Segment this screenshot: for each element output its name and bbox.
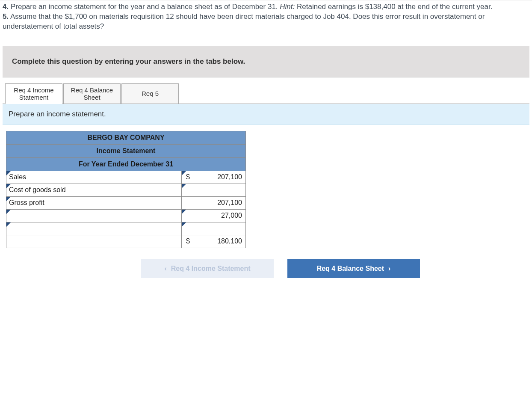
tab-req4-income-statement[interactable]: Req 4 Income Statement bbox=[5, 83, 62, 104]
income-statement-table: BERGO BAY COMPANY Income Statement For Y… bbox=[6, 131, 246, 248]
prev-button[interactable]: ‹ Req 4 Income Statement bbox=[141, 259, 274, 278]
tab-req5[interactable]: Req 5 bbox=[121, 83, 179, 104]
hint-label: Hint: bbox=[280, 3, 295, 11]
statement-period: For Year Ended December 31 bbox=[6, 157, 246, 171]
chevron-right-icon: › bbox=[388, 265, 390, 273]
next-button[interactable]: Req 4 Balance Sheet › bbox=[287, 259, 420, 278]
tab-label: Statement bbox=[19, 94, 48, 101]
row-amount-input[interactable] bbox=[182, 184, 246, 196]
tab-label: Sheet bbox=[83, 94, 100, 101]
chevron-left-icon: ‹ bbox=[164, 265, 166, 273]
q4-part-a: Prepare an income statement for the year… bbox=[11, 3, 280, 11]
tab-label: Req 4 Income bbox=[14, 86, 53, 94]
next-label: Req 4 Balance Sheet bbox=[317, 265, 384, 273]
row-label-input[interactable] bbox=[6, 222, 182, 235]
row-label-input[interactable] bbox=[6, 209, 182, 222]
q5-number: 5. bbox=[3, 12, 9, 21]
tabs: Req 4 Income Statement Req 4 Balance She… bbox=[3, 77, 529, 104]
row-amount-cell: $180,100 bbox=[182, 235, 246, 248]
q5-text: Assume that the $1,700 on materials requ… bbox=[3, 12, 485, 30]
statement-title: Income Statement bbox=[6, 144, 246, 157]
instruction-bar: Complete this question by entering your … bbox=[3, 46, 529, 77]
tab-label: Req 5 bbox=[142, 90, 159, 97]
tab-req4-balance-sheet[interactable]: Req 4 Balance Sheet bbox=[63, 83, 121, 104]
tab-label: Req 4 Balance bbox=[71, 86, 113, 94]
row-amount-input[interactable]: 27,000 bbox=[182, 209, 246, 222]
row-amount-input[interactable]: $207,100 bbox=[182, 171, 246, 184]
q4-number: 4. bbox=[3, 3, 9, 11]
row-label-input[interactable]: Cost of goods sold bbox=[6, 184, 182, 196]
company-name: BERGO BAY COMPANY bbox=[6, 131, 246, 144]
row-amount-input[interactable] bbox=[182, 222, 246, 235]
row-label-cell bbox=[6, 235, 182, 248]
panel-prompt: Prepare an income statement. bbox=[3, 104, 529, 125]
nav-buttons: ‹ Req 4 Income Statement Req 4 Balance S… bbox=[131, 259, 430, 278]
row-label-input[interactable]: Sales bbox=[6, 171, 182, 184]
question-text: 4. Prepare an income statement for the y… bbox=[0, 0, 532, 39]
row-label-input[interactable]: Gross profit bbox=[6, 196, 182, 209]
q4-part-b: Retained earnings is $138,400 at the end… bbox=[297, 3, 492, 11]
row-amount-cell: 207,100 bbox=[182, 196, 246, 209]
prev-label: Req 4 Income Statement bbox=[171, 265, 251, 273]
